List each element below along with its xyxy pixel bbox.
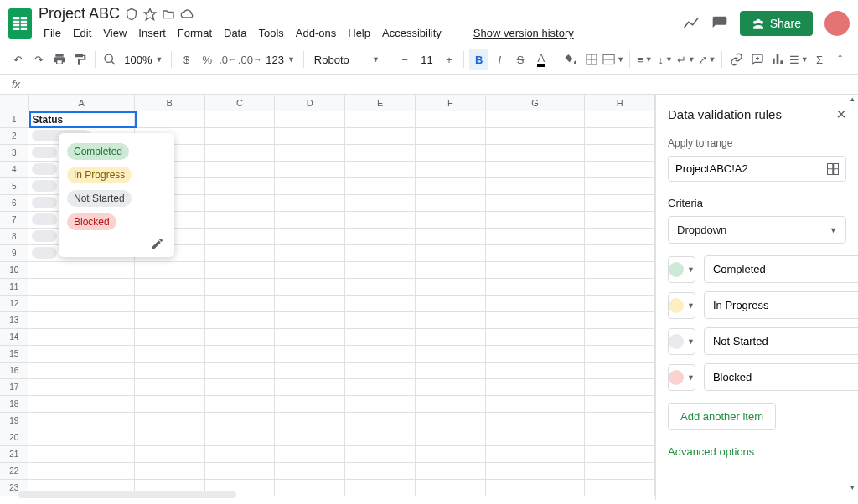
row-header[interactable]: 8	[0, 229, 28, 244]
menu-format[interactable]: Format	[173, 24, 217, 42]
row-header[interactable]: 5	[0, 178, 28, 194]
cell[interactable]	[205, 229, 276, 244]
version-history-link[interactable]: Show version history	[468, 24, 579, 42]
cell[interactable]	[275, 162, 345, 177]
cell[interactable]	[345, 480, 416, 496]
cell[interactable]	[345, 329, 416, 345]
document-title[interactable]: Project ABC	[39, 5, 120, 23]
cell[interactable]	[28, 446, 134, 462]
cell[interactable]	[205, 396, 276, 412]
cell[interactable]	[416, 296, 486, 311]
cell[interactable]	[416, 312, 486, 328]
add-item-button[interactable]: Add another item	[668, 403, 776, 430]
cell[interactable]	[275, 245, 345, 261]
dropdown-chip[interactable]	[32, 247, 57, 259]
privacy-icon[interactable]	[125, 8, 138, 21]
cell[interactable]	[275, 480, 345, 496]
cell[interactable]	[585, 178, 655, 194]
cell[interactable]	[416, 262, 486, 278]
cell[interactable]	[585, 296, 655, 311]
wrap-button[interactable]: ↵▼	[676, 49, 695, 70]
cell[interactable]	[275, 229, 345, 244]
cell[interactable]	[486, 463, 585, 479]
cell[interactable]: Status	[28, 111, 134, 127]
cell[interactable]	[416, 111, 486, 127]
cell[interactable]	[486, 279, 585, 295]
currency-button[interactable]: $	[177, 49, 196, 70]
cell[interactable]	[585, 446, 655, 462]
cell[interactable]	[28, 463, 134, 479]
font-family-select[interactable]: Roboto▼	[309, 54, 385, 66]
cell[interactable]	[486, 429, 585, 445]
activity-icon[interactable]	[683, 15, 700, 32]
spreadsheet-grid[interactable]: A B C D E F G H 1Status2▼345678910111213…	[0, 95, 655, 500]
select-range-icon[interactable]	[827, 163, 839, 175]
cell[interactable]	[345, 396, 416, 412]
cell[interactable]	[585, 111, 655, 127]
cell[interactable]	[275, 262, 345, 278]
cell[interactable]	[585, 145, 655, 161]
cell[interactable]	[205, 111, 276, 127]
cell[interactable]	[205, 162, 276, 177]
menu-insert[interactable]: Insert	[133, 24, 171, 42]
cell[interactable]	[275, 312, 345, 328]
cell[interactable]	[28, 279, 134, 295]
cloud-icon[interactable]	[180, 8, 194, 21]
cell[interactable]	[275, 446, 345, 462]
cell[interactable]	[135, 413, 205, 429]
cell[interactable]	[416, 396, 486, 412]
borders-button[interactable]	[582, 49, 602, 70]
cell[interactable]	[416, 463, 486, 479]
cell[interactable]	[275, 363, 345, 378]
font-size-input[interactable]: 11	[416, 54, 437, 66]
row-header[interactable]: 14	[0, 329, 28, 345]
cell[interactable]	[275, 413, 345, 429]
cell[interactable]	[345, 229, 416, 244]
text-color-button[interactable]: A	[531, 49, 550, 70]
cell[interactable]	[275, 195, 345, 211]
collapse-toolbar-button[interactable]: ˆ	[830, 49, 850, 70]
dropdown-option[interactable]: Completed	[67, 143, 129, 160]
cell[interactable]	[275, 145, 345, 161]
menu-edit[interactable]: Edit	[68, 24, 96, 42]
row-header[interactable]: 19	[0, 413, 28, 429]
chart-button[interactable]	[768, 49, 788, 70]
cell[interactable]	[28, 296, 134, 311]
column-header[interactable]: H	[585, 95, 655, 111]
cell[interactable]	[275, 212, 345, 228]
font-size-decrease[interactable]: −	[395, 49, 415, 70]
row-header[interactable]: 12	[0, 296, 28, 311]
print-button[interactable]	[49, 49, 69, 70]
cell[interactable]	[486, 396, 585, 412]
menu-tools[interactable]: Tools	[253, 24, 288, 42]
dropdown-option[interactable]: In Progress	[67, 167, 132, 183]
cell[interactable]	[585, 329, 655, 345]
column-header[interactable]: E	[345, 95, 416, 111]
cell[interactable]	[416, 245, 486, 261]
row-header[interactable]: 15	[0, 346, 28, 362]
cell[interactable]	[345, 178, 416, 194]
cell[interactable]	[585, 396, 655, 412]
advanced-options-link[interactable]: Advanced options	[668, 445, 846, 458]
cell[interactable]	[28, 363, 134, 378]
row-header[interactable]: 13	[0, 312, 28, 328]
cell[interactable]	[486, 296, 585, 311]
filter-button[interactable]: ☰▼	[789, 49, 809, 70]
cell[interactable]	[486, 128, 585, 144]
color-select[interactable]: ▼	[668, 256, 695, 283]
close-icon[interactable]: ×	[836, 105, 846, 124]
column-header[interactable]: C	[205, 95, 276, 111]
cell[interactable]	[345, 463, 416, 479]
menu-addons[interactable]: Add-ons	[291, 24, 341, 42]
range-input[interactable]	[675, 162, 827, 175]
menu-help[interactable]: Help	[343, 24, 375, 42]
cell[interactable]	[345, 279, 416, 295]
cell[interactable]	[135, 346, 205, 362]
cell[interactable]	[205, 312, 276, 328]
cell[interactable]	[28, 346, 134, 362]
cell[interactable]	[205, 346, 276, 362]
cell[interactable]	[585, 312, 655, 328]
paint-format-button[interactable]	[70, 49, 90, 70]
dropdown-chip[interactable]	[32, 213, 57, 225]
cell[interactable]	[345, 162, 416, 177]
